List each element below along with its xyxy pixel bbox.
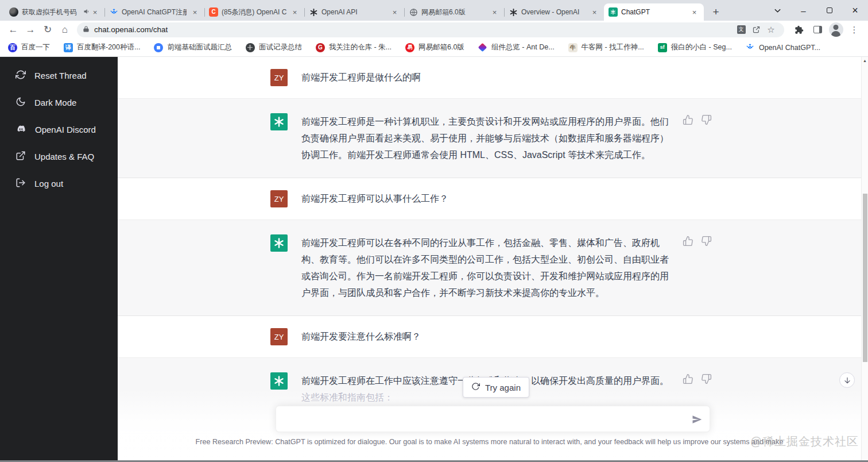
message-text: 前端开发工程师可以在各种不同的行业从事工作，包括金融、零售、媒体和广告、政府机构… <box>301 234 669 301</box>
window-controls: – × <box>765 0 868 21</box>
tab-virtual-phone[interactable]: 获取虚拟手机号码 × <box>5 3 104 21</box>
close-window-button[interactable]: × <box>842 0 868 21</box>
tab-chatgpt-active[interactable]: ChatGPT × <box>604 3 704 21</box>
sidebar-item-updates-faq[interactable]: Updates & FAQ <box>0 143 118 170</box>
browser-menu-icon[interactable]: ⋮ <box>845 22 863 38</box>
refresh-icon <box>471 382 480 392</box>
page-scrollbar[interactable]: ▲ <box>861 57 868 460</box>
tab-chatgpt-register[interactable]: OpenAI ChatGPT注册 × <box>104 3 204 21</box>
chat-message-assistant: 前端开发工程师可以在各种不同的行业从事工作，包括金融、零售、媒体和广告、政府机构… <box>118 220 868 316</box>
tab-title: ChatGPT <box>621 8 686 16</box>
sidebar-item-dark-mode[interactable]: Dark Mode <box>0 89 118 116</box>
tab-csdn-openai[interactable]: C (85条消息) OpenAI C × <box>204 3 304 21</box>
message-text: 前端开发工程师可以从事什么工作？ <box>301 190 669 207</box>
bookmark-frontend-questions[interactable]: 前端基础面试题汇总 <box>154 43 232 52</box>
segmentfault-icon: sf <box>658 43 667 52</box>
thumbs-down-icon[interactable] <box>701 374 712 384</box>
sidebar-item-label: Dark Mode <box>34 98 76 107</box>
side-panel-icon[interactable] <box>808 22 827 38</box>
csdn-favicon-icon: C <box>209 7 218 17</box>
bookmark-star-icon[interactable]: ☆ <box>764 24 778 36</box>
tab-close-icon[interactable]: × <box>90 7 100 17</box>
bookmark-ant-design[interactable]: 组件总览 - Ant De... <box>478 43 555 52</box>
juejin-favicon-icon <box>109 7 118 17</box>
minimize-button[interactable]: – <box>790 0 816 21</box>
message-text: 前端开发工程师是一种计算机职业，主要负责设计和开发网站或应用程序的用户界面。他们… <box>301 113 669 163</box>
tab-close-icon[interactable]: × <box>290 7 300 17</box>
scrollbar-up-arrow[interactable]: ▲ <box>862 59 868 63</box>
reset-icon <box>16 70 26 82</box>
scroll-to-bottom-button[interactable] <box>839 372 855 388</box>
new-tab-button[interactable]: + <box>707 3 724 21</box>
baidu-icon: 百 <box>8 43 17 52</box>
sidebar-item-reset-thread[interactable]: Reset Thread <box>0 62 118 89</box>
message-feedback <box>683 114 712 125</box>
message-text: 前端开发要注意什么标准啊？ <box>301 328 669 345</box>
user-avatar: ZY <box>270 328 288 345</box>
reload-icon[interactable]: ↻ <box>39 22 56 38</box>
tab-close-icon[interactable]: × <box>689 7 699 17</box>
message-input[interactable] <box>276 406 710 432</box>
restore-icon <box>827 7 832 13</box>
bookmark-interview-notes[interactable]: 面试记录总结 <box>246 43 302 52</box>
thumbs-down-icon[interactable] <box>701 236 712 247</box>
tab-netease-mail[interactable]: 网易邮箱6.0版 × <box>404 3 504 21</box>
sidebar-item-log-out[interactable]: Log out <box>0 170 118 197</box>
tab-title: (85条消息) OpenAI C <box>222 7 286 17</box>
tab-openai-overview[interactable]: Overview - OpenAI × <box>504 3 604 21</box>
chat-message-user: ZY 前端开发工程师是做什么的啊 <box>118 57 868 99</box>
tab-title: OpenAI ChatGPT注册 <box>122 7 187 17</box>
thumbs-down-icon[interactable] <box>701 114 712 125</box>
send-icon[interactable] <box>692 414 702 425</box>
tab-close-icon[interactable]: × <box>190 7 200 17</box>
scrollbar-thumb[interactable] <box>863 194 867 362</box>
message-feedback <box>683 374 712 384</box>
logout-icon <box>16 178 26 190</box>
url-text: chat.openai.com/chat <box>94 25 734 34</box>
bookmark-baidu[interactable]: 百 百度一下 <box>8 43 50 52</box>
bookmarks-bar: 百 百度一下 译 百度翻译-200种语... 前端基础面试题汇总 面试记录总结 … <box>0 38 868 57</box>
bookmark-segmentfault[interactable]: sf 很白的小白 - Seg... <box>658 43 732 52</box>
message-text: 前端开发工程师是做什么的啊 <box>301 69 669 86</box>
home-icon[interactable]: ⌂ <box>56 22 73 38</box>
address-input[interactable]: chat.openai.com/chat 文 ☆ <box>77 22 784 37</box>
bookmark-nowcoder[interactable]: 牛 牛客网 - 找工作神... <box>568 43 644 52</box>
forward-icon[interactable]: → <box>22 22 39 38</box>
tab-close-icon[interactable]: × <box>490 7 499 17</box>
bookmark-netease-mail[interactable]: 易 网易邮箱6.0版 <box>405 43 464 52</box>
moon-icon <box>16 97 26 109</box>
thumbs-up-icon[interactable] <box>683 374 693 384</box>
tab-title: OpenAI API <box>321 8 386 16</box>
chatgpt-favicon-icon <box>609 7 618 17</box>
chatgpt-avatar <box>270 234 288 252</box>
sidebar-item-label: Updates & FAQ <box>34 152 94 161</box>
message-composer <box>276 406 710 432</box>
try-again-button[interactable]: Try again <box>463 377 529 398</box>
share-icon[interactable] <box>749 24 764 36</box>
message-feedback <box>683 236 712 247</box>
tab-audio-icon[interactable] <box>83 8 90 17</box>
tab-close-icon[interactable]: × <box>390 7 400 17</box>
extensions-icon[interactable] <box>790 22 808 38</box>
sidebar-item-openai-discord[interactable]: OpenAI Discord <box>0 116 118 143</box>
chat-message-user: ZY 前端开发工程师可以从事什么工作？ <box>118 178 868 220</box>
bookmark-openai-chatgpt[interactable]: OpenAI ChatGPT... <box>746 43 820 52</box>
juejin-icon <box>746 43 755 52</box>
tab-search-chevron-icon[interactable] <box>765 0 790 21</box>
sidebar-item-label: Log out <box>34 179 63 188</box>
tab-close-icon[interactable]: × <box>590 7 599 17</box>
profile-avatar[interactable] <box>827 22 845 38</box>
translate-book-icon: 译 <box>64 43 73 52</box>
nowcoder-icon: 牛 <box>568 43 578 52</box>
maximize-button[interactable] <box>816 0 842 21</box>
chat-message-user: ZY 前端开发要注意什么标准啊？ <box>118 316 868 358</box>
external-link-icon <box>16 151 26 163</box>
tab-openai-api[interactable]: OpenAI API × <box>304 3 404 21</box>
bookmark-gitee-repos[interactable]: G 我关注的仓库 - 朱... <box>316 43 392 52</box>
back-icon[interactable]: ← <box>5 22 22 38</box>
thumbs-up-icon[interactable] <box>683 114 693 125</box>
sidebar-item-label: Reset Thread <box>34 71 87 80</box>
thumbs-up-icon[interactable] <box>683 236 693 247</box>
translate-icon[interactable]: 文 <box>734 24 749 36</box>
bookmark-baidu-translate[interactable]: 译 百度翻译-200种语... <box>64 43 140 52</box>
